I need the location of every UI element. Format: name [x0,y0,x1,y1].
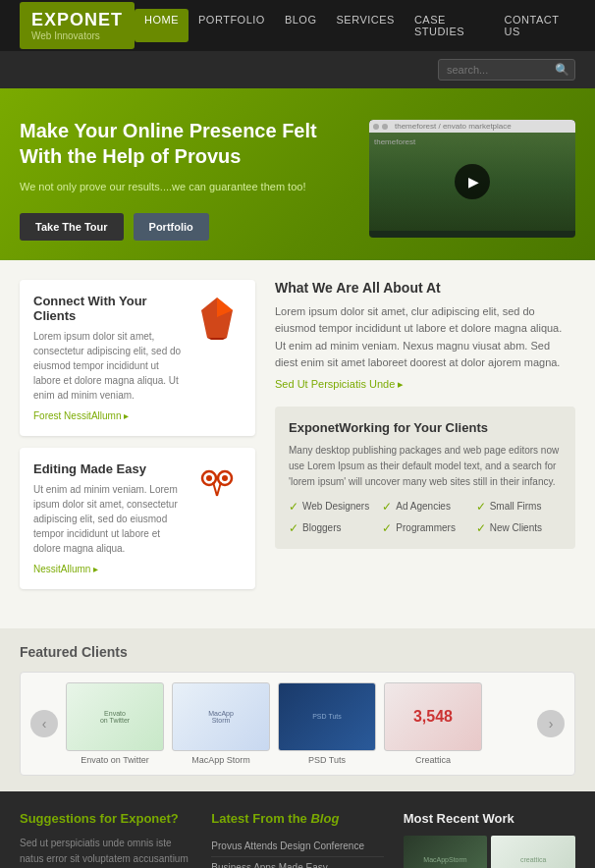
feature-label: Bloggers [302,522,341,533]
video-play-button[interactable] [455,164,490,199]
search-icon[interactable]: 🔍 [555,63,569,77]
hero-description: We not only prove our results....we can … [20,179,350,195]
browser-dot [382,124,388,130]
recent-work-col: Most Recent Work MacAppStorm creattica R… [404,811,575,869]
feature-bloggers: ✓ Bloggers [289,521,374,535]
svg-line-7 [213,482,217,496]
video-inner: themeforest [369,133,575,231]
suggestions-para1: Sed ut perspiciatis unde omnis iste natu… [20,836,191,869]
feature-label: Small Firms [490,501,542,512]
nav-services[interactable]: SERVICES [326,9,404,42]
exponet-text: Many desktop publishing packages and web… [289,443,562,490]
work-grid: MacAppStorm creattica ROCKUATIC ZARLIBM [404,836,575,869]
client-item: 3,548 Creattica [384,682,482,765]
client-name: Creattica [384,755,482,765]
what-we-do-section: What We Are All About At Lorem ipsum dol… [275,280,575,391]
editing-title: Editing Made Easy [33,461,183,476]
hero-title: Make Your Online Presence Felt With the … [20,118,350,169]
connect-card-text: Connect With Your Clients Lorem ipsum do… [33,294,183,422]
recent-work-title: Most Recent Work [404,811,575,826]
check-icon: ✓ [289,500,298,514]
blog-post[interactable]: Business Apps Made Easy [211,857,383,869]
browser-dot [373,124,379,130]
svg-line-8 [217,482,221,496]
video-preview: themeforest / envato marketplace themefo… [369,120,575,238]
feature-new-clients: ✓ New Clients [476,521,562,535]
what-we-do-text: Lorem ipsum dolor sit amet, clur adipisc… [275,303,575,372]
left-cards: Connect With Your Clients Lorem ipsum do… [20,280,255,589]
feature-small-firms: ✓ Small Firms [476,500,562,514]
feature-web-designers: ✓ Web Designers [289,500,374,514]
nav-portfolio[interactable]: PORTFOLIO [189,9,275,42]
hero-section: Make Your Online Presence Felt With the … [0,88,595,260]
check-icon: ✓ [382,521,392,535]
feature-label: Ad Agencies [396,501,451,512]
client-thumbnail: PSD Tuts [278,682,376,751]
logo: EXPONET Web Innovators [20,2,135,49]
connect-title: Connect With Your Clients [33,294,183,323]
nav-home[interactable]: HOME [135,9,189,42]
connect-card: Connect With Your Clients Lorem ipsum do… [20,280,255,436]
suggestions-col: Suggestions for Exponet? Sed ut perspici… [20,811,191,869]
scissors-svg [197,466,237,506]
work-thumbnail: MacAppStorm [404,836,488,869]
blog-list: Provus Attends Design Conference Busines… [211,836,383,869]
client-item: MacAppStorm MacApp Storm [172,682,270,765]
exponet-title: ExponetWorking for Your Clients [289,420,562,435]
clients-row: Envatoon Twitter Envato on Twitter MacAp… [66,682,529,765]
client-item: Envatoon Twitter Envato on Twitter [66,682,164,765]
search-bar: 🔍 [0,51,595,88]
check-icon: ✓ [382,500,392,514]
exponet-working-section: ExponetWorking for Your Clients Many des… [275,407,575,549]
client-name: MacApp Storm [172,755,270,765]
content-area: Connect With Your Clients Lorem ipsum do… [0,260,595,628]
clients-slider: ‹ Envatoon Twitter Envato on Twitter Mac… [20,672,575,776]
right-content: What We Are All About At Lorem ipsum dol… [275,280,575,589]
hero-text: Make Your Online Presence Felt With the … [20,118,350,241]
connect-text: Lorem ipsum dolor sit amet, consectetur … [33,329,183,403]
feature-label: Web Designers [302,501,369,512]
work-thumbnail: creattica [491,836,575,869]
client-item: PSD Tuts PSD Tuts [278,682,376,765]
hero-buttons: Take The Tour Portfolio [20,213,350,241]
pencil-icon [195,296,240,340]
feature-label: Programmers [396,522,456,533]
editing-card-text: Editing Made Easy Ut enim ad minim venia… [33,461,183,575]
check-icon: ✓ [289,521,298,535]
blog-post[interactable]: Provus Attends Design Conference [211,836,383,857]
featured-clients-title: Featured Clients [20,644,575,660]
suggestions-title: Suggestions for Exponet? [20,811,191,826]
svg-point-6 [222,475,228,481]
client-thumbnail: 3,548 [384,682,482,751]
hero-video: themeforest / envato marketplace themefo… [369,120,575,238]
blog-title: Latest From the Blog [211,811,383,826]
take-tour-button[interactable]: Take The Tour [20,213,124,241]
connect-link[interactable]: Forest NessitAllumn ▸ [33,410,129,421]
header: EXPONET Web Innovators HOME PORTFOLIO BL… [0,0,595,51]
nav-blog[interactable]: BLOG [275,9,327,42]
svg-point-5 [206,475,212,481]
scissors-icon [192,461,242,511]
portfolio-button[interactable]: Portfolio [134,213,209,241]
slider-next-button[interactable]: › [537,710,565,737]
client-thumbnail: Envatoon Twitter [66,682,164,751]
blog-col: Latest From the Blog Provus Attends Desi… [211,811,383,869]
check-icon: ✓ [476,521,486,535]
editing-link[interactable]: NessitAllumn ▸ [33,564,98,574]
nav-case-studies[interactable]: CASE STUDIES [405,9,495,42]
what-we-do-title: What We Are All About At [275,280,575,296]
video-site-label: themeforest [374,137,415,146]
nav-contact[interactable]: CONTACT US [495,9,575,42]
slider-prev-button[interactable]: ‹ [30,710,58,737]
what-we-do-link[interactable]: Sed Ut Perspiciatis Unde ▸ [275,378,404,391]
search-wrap: 🔍 [438,59,575,81]
client-name: PSD Tuts [278,755,376,765]
client-name: Envato on Twitter [66,755,164,765]
check-icon: ✓ [476,500,486,514]
editing-card: Editing Made Easy Ut enim ad minim venia… [20,448,255,589]
client-thumbnail: MacAppStorm [172,682,270,751]
svg-marker-2 [207,338,227,340]
logo-subtitle: Web Innovators [31,30,123,41]
logo-title: EXPONET [31,10,123,30]
featured-clients-section: Featured Clients ‹ Envatoon Twitter Enva… [0,628,595,791]
